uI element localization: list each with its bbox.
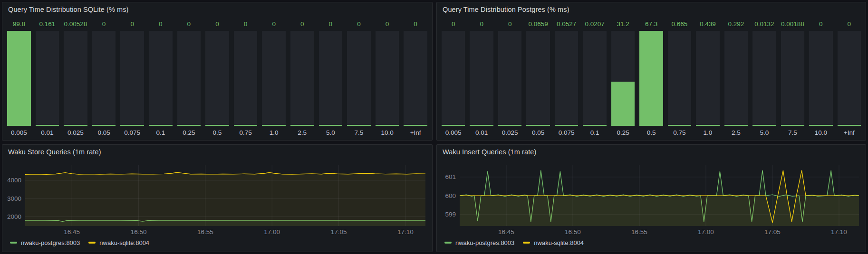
histogram-bucket: 0.1610.01 [36,17,59,137]
histogram-bucket: 31.20.25 [611,17,635,137]
time-series-plot[interactable]: 20003000400016:4516:5016:5517:0017:0517:… [2,159,432,237]
histogram-bucket: 00.075 [120,17,144,137]
histogram-bar [7,31,31,126]
bucket-label: 0.025 [498,126,521,137]
histogram-bar [555,31,578,126]
histogram-bar-fill [205,125,229,126]
panel-title-sqlite-histogram[interactable]: Query Time Distribution SQLite (% ms) [2,2,432,17]
legend-swatch [523,242,530,244]
histogram-bar [262,31,286,126]
histogram-bar-fill [149,125,173,126]
bucket-label: 0.01 [470,126,493,137]
bar-value-label: 0.0659 [526,17,550,31]
histogram-bar-fill [470,125,493,126]
histogram-bar [149,31,173,126]
bucket-label: 0.005 [7,126,31,137]
histogram-bar [319,31,343,126]
histogram-bar [404,31,427,126]
y-axis-tick-label: 601 [445,173,456,180]
bucket-label: 0.075 [555,126,578,137]
histogram-bar-fill [92,125,116,126]
histogram-bucket: 0.001887.5 [781,17,804,137]
histogram-bucket: 0.01325.0 [752,17,776,137]
histogram-bar-fill [809,125,832,126]
y-axis-tick-label: 2000 [7,213,21,220]
bar-value-label: 0 [234,17,258,31]
legend-item-nwaku-sqlite:8004[interactable]: nwaku-sqlite:8004 [88,239,149,246]
bar-value-label: 0 [498,17,521,31]
histogram-bar-fill [668,125,691,126]
bucket-label: 0.1 [583,126,606,137]
bar-value-label: 0 [120,17,144,31]
histogram-bucket: 00.75 [234,17,258,137]
histogram-bar-fill [120,125,144,126]
x-axis-tick-label: 17:10 [831,228,847,235]
histogram-bar [205,31,229,126]
panel-waku-store-queries: Waku Store Queries (1m rate) 20003000400… [2,144,433,252]
histogram-bar-fill [347,125,371,126]
bucket-label: 10.0 [376,126,399,137]
bucket-label: 0.5 [639,126,663,137]
x-axis-tick-label: 17:05 [764,228,781,235]
histogram-bar-fill [639,31,663,126]
bar-value-label: 0 [290,17,314,31]
bucket-label: 5.0 [319,126,343,137]
bucket-label: 0.75 [668,126,691,137]
x-axis-tick-label: 16:50 [131,228,147,235]
histogram-bucket: 02.5 [290,17,314,137]
bar-value-label: 0.00528 [64,17,87,31]
histogram-bar-fill [290,125,314,126]
histogram-bucket: 05.0 [319,17,343,137]
histogram-bar [177,31,201,126]
histogram-bar-fill [498,125,521,126]
x-axis-tick-label: 17:00 [698,228,714,235]
series-area-nwaku-sqlite:8004 [25,172,425,226]
bar-value-label: 0 [404,17,427,31]
bar-value-label: 0 [177,17,201,31]
panel-title-store-queries[interactable]: Waku Store Queries (1m rate) [2,145,432,159]
histogram-bar-fill [752,125,776,126]
histogram-bar [120,31,144,126]
y-axis-tick-label: 3000 [7,195,21,202]
histogram-bucket: 07.5 [347,17,371,137]
histogram-bucket: 00.25 [177,17,201,137]
bucket-label: 7.5 [347,126,371,137]
histogram-bar-fill [177,125,201,126]
time-series-plot[interactable]: 59960060116:4516:5016:5517:0017:0517:10 [437,159,866,237]
bar-value-label: 0.0132 [752,17,776,31]
bar-value-label: 0.292 [724,17,748,31]
bucket-label: 0.075 [120,126,144,137]
histogram-bar [752,31,776,126]
histogram-bar-fill [234,125,258,126]
bucket-label: 2.5 [290,126,314,137]
panel-title-postgres-histogram[interactable]: Query Time Distribution Postgres (% ms) [437,2,866,17]
histogram-bucket: 0+Inf [404,17,427,137]
insert-queries-chart[interactable]: 59960060116:4516:5016:5517:0017:0517:10 [437,159,866,237]
grafana-dashboard: Query Time Distribution SQLite (% ms) 99… [0,0,868,254]
legend-swatch [10,242,17,244]
histogram-bar [470,31,493,126]
histogram-bar [442,31,465,126]
bar-value-label: 0.665 [668,17,691,31]
histogram-bucket: 00.005 [442,17,465,137]
series-area-nwaku-sqlite:8004 [460,170,859,226]
histogram-bucket: 0.6650.75 [668,17,691,137]
panel-query-time-distribution-sqlite: Query Time Distribution SQLite (% ms) 99… [2,2,433,141]
legend-item-nwaku-sqlite:8004[interactable]: nwaku-sqlite:8004 [523,239,584,246]
histogram-bar [526,31,550,126]
bar-value-label: 67.3 [639,17,663,31]
bar-value-label: 0 [205,17,229,31]
histogram-bucket: 0.2922.5 [724,17,748,137]
store-queries-chart[interactable]: 20003000400016:4516:5016:5517:0017:0517:… [2,159,432,237]
y-axis-tick-label: 600 [445,192,456,199]
legend-item-nwaku-postgres:8003[interactable]: nwaku-postgres:8003 [10,239,80,246]
legend-label: nwaku-postgres:8003 [21,239,80,246]
legend-item-nwaku-postgres:8003[interactable]: nwaku-postgres:8003 [444,239,514,246]
histogram-bar [234,31,258,126]
histogram-bar-fill [376,125,399,126]
legend-label: nwaku-sqlite:8004 [99,239,149,246]
panel-title-insert-queries[interactable]: Waku Insert Queries (1m rate) [437,145,866,159]
histogram-bucket: 00.01 [470,17,493,137]
histogram-bucket: 0.05270.075 [555,17,578,137]
bar-value-label: 0 [470,17,493,31]
